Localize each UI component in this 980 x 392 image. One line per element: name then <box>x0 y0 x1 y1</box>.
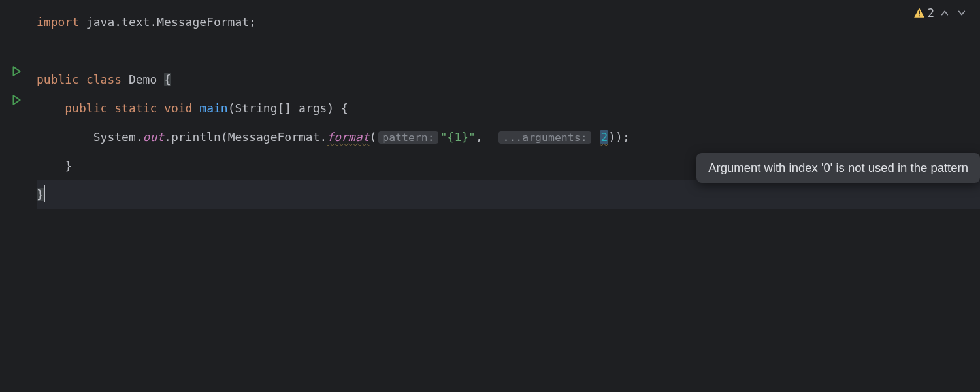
keyword-public: public <box>37 73 79 86</box>
inlay-hint-pattern: pattern: <box>378 131 438 144</box>
class-ref: System. <box>93 130 143 144</box>
field-out: out <box>143 130 165 144</box>
warning-count-group[interactable]: 2 <box>913 7 934 20</box>
warning-count: 2 <box>928 7 934 20</box>
editor-area: import java.text.MessageFormat; public c… <box>0 0 980 392</box>
svg-rect-0 <box>919 11 920 15</box>
import-path: java.text.MessageFormat; <box>79 15 256 29</box>
inspection-tooltip: Argument with index '0' is not used in t… <box>696 153 980 183</box>
code-line-caret[interactable]: } <box>37 180 980 209</box>
brace-close: } <box>37 188 44 201</box>
method-format: format <box>327 130 369 144</box>
run-gutter-icon[interactable] <box>10 94 22 106</box>
code-line-empty[interactable] <box>37 37 980 65</box>
run-gutter-icon[interactable] <box>10 65 22 77</box>
brace-close: } <box>37 159 72 172</box>
keyword-public: public <box>65 101 107 115</box>
class-name: Demo <box>129 73 157 86</box>
method-main: main <box>199 101 227 115</box>
number-literal: 2 <box>600 130 608 144</box>
svg-rect-1 <box>919 15 920 16</box>
chevron-up-icon <box>940 8 949 18</box>
keyword-import: import <box>37 15 79 29</box>
class-ref-mf: MessageFormat <box>228 130 320 144</box>
param-list: String[] args <box>235 101 327 115</box>
brace-open: { <box>164 73 171 86</box>
caret <box>44 185 45 202</box>
method-println: println <box>171 130 221 144</box>
tooltip-text: Argument with index '0' is not used in t… <box>708 161 968 174</box>
keyword-class: class <box>86 73 122 86</box>
keyword-void: void <box>164 101 192 115</box>
code-line[interactable]: System.out.println(MessageFormat.format(… <box>37 123 980 152</box>
inlay-hint-arguments: ...arguments: <box>498 131 591 144</box>
keyword-static: static <box>114 101 157 115</box>
chevron-down-icon <box>957 8 966 18</box>
next-highlight-button[interactable] <box>955 7 968 20</box>
inspections-widget[interactable]: 2 <box>913 7 968 20</box>
gutter <box>0 0 37 392</box>
prev-highlight-button[interactable] <box>938 7 951 20</box>
code-line[interactable]: import java.text.MessageFormat; <box>37 8 980 37</box>
warning-icon <box>913 7 925 19</box>
string-literal: "{1}" <box>440 130 476 144</box>
code-line[interactable]: public class Demo { <box>37 65 980 94</box>
code-line[interactable]: public static void main(String[] args) { <box>37 94 980 123</box>
code-area[interactable]: import java.text.MessageFormat; public c… <box>37 0 980 392</box>
